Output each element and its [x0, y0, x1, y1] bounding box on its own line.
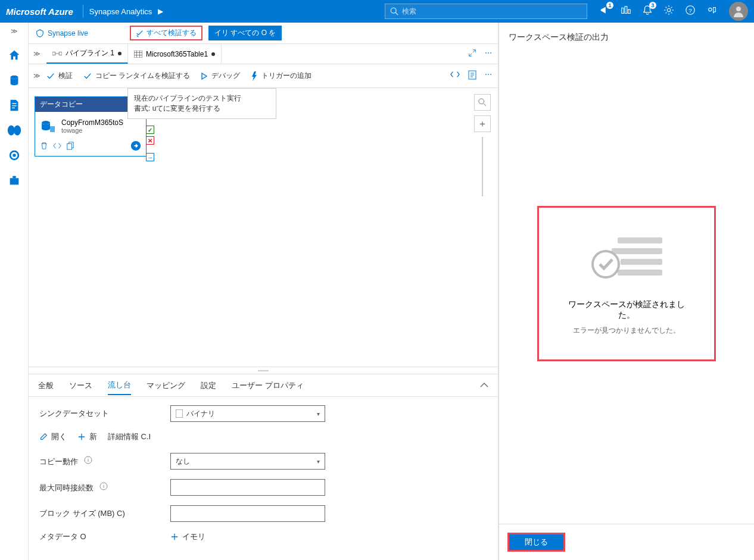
failure-port[interactable]: ✕ — [146, 136, 154, 145]
validation-success-icon — [588, 231, 665, 285]
new-dataset-link[interactable]: 新 — [77, 431, 97, 442]
svg-point-47 — [593, 251, 619, 277]
expand-editor-icon[interactable] — [468, 49, 476, 59]
tab-settings[interactable]: 設定 — [201, 377, 216, 395]
panel-divider[interactable] — [29, 367, 498, 374]
nav-data[interactable] — [6, 72, 23, 89]
svg-text:?: ? — [688, 7, 692, 14]
tab-table1[interactable]: Microsoft365Table1 — [128, 44, 222, 64]
debug-label: デバッグ — [211, 71, 240, 81]
svg-point-9 — [736, 7, 741, 11]
block-size-label: ブロック サイズ (MB) C) — [39, 508, 170, 519]
svg-rect-44 — [612, 248, 662, 254]
chevron-down-icon: ▾ — [317, 411, 320, 417]
activity-icon[interactable] — [621, 5, 631, 18]
debug-tooltip: 現在のパイプラインのテスト実行 書式: uてに変更を発行する — [127, 88, 276, 119]
svg-rect-45 — [621, 259, 662, 265]
tab-table1-label: Microsoft365Table1 — [146, 50, 208, 58]
debug-button[interactable]: デバッグ — [201, 71, 240, 81]
top-bar: Microsoft Azure Synapse Analytics ▶ 検索 1… — [0, 0, 754, 23]
validate-all-button[interactable]: すべて検証する — [130, 26, 202, 40]
svg-rect-19 — [10, 178, 18, 184]
nav-develop[interactable] — [6, 97, 23, 114]
zoom-in-button[interactable]: ＋ — [474, 115, 491, 132]
svg-rect-13 — [12, 108, 15, 108]
feedback-icon[interactable] — [706, 5, 717, 18]
tab-pipeline1[interactable]: パイプライン 1 — [46, 44, 128, 64]
tab-sink[interactable]: 流し台 — [108, 376, 131, 395]
pipeline-canvas[interactable]: ＋ データコピー CopyFromM365toS towage ✓ ✕ → — [29, 88, 498, 367]
add-metadata-link[interactable]: イモリ — [170, 531, 205, 542]
chevron-down-icon: ▾ — [317, 458, 320, 465]
delete-icon[interactable] — [40, 142, 48, 150]
notifications-icon[interactable]: 3 — [642, 5, 653, 18]
brand-label: Microsoft Azure — [6, 7, 73, 17]
editor-more-icon[interactable]: ⋯ — [485, 49, 492, 59]
validate-runtime-button[interactable]: コピー ランタイムを検証する — [83, 71, 190, 81]
tooltip-line2: 書式: uてに変更を発行する — [134, 104, 270, 114]
copy-database-icon — [40, 118, 57, 134]
copy-behavior-select[interactable]: なし ▾ — [170, 453, 325, 470]
code-view-icon[interactable] — [450, 70, 460, 82]
editor-tabs: ≫ パイプライン 1 Microsoft365Table1 ⋯ — [29, 44, 498, 64]
svg-point-35 — [42, 121, 50, 124]
user-avatar[interactable] — [729, 2, 748, 21]
svg-point-18 — [13, 154, 16, 157]
tab-general[interactable]: 全般 — [38, 377, 54, 395]
service-label[interactable]: Synapse Analytics — [89, 7, 152, 16]
service-caret-icon[interactable]: ▶ — [158, 7, 163, 15]
max-conn-input[interactable] — [170, 479, 325, 496]
nav-home[interactable] — [6, 47, 23, 64]
settings-icon[interactable] — [663, 5, 674, 18]
svg-point-33 — [479, 99, 484, 104]
code-icon[interactable] — [53, 142, 61, 150]
validation-submessage: エラーが見つかりませんでした。 — [560, 326, 693, 336]
svg-rect-46 — [618, 270, 662, 276]
open-dataset-link[interactable]: 開く — [39, 431, 67, 442]
completion-port[interactable]: → — [146, 153, 154, 161]
block-size-input[interactable] — [170, 505, 325, 522]
tabs-collapse-icon[interactable]: ≫ — [33, 50, 40, 58]
search-placeholder: 検索 — [402, 7, 416, 17]
announce-icon[interactable]: 1 — [599, 5, 610, 18]
publish-all-button[interactable]: イリ すべての O を — [208, 26, 282, 40]
tab-mapping[interactable]: マッピング — [147, 377, 185, 395]
properties-icon[interactable] — [468, 70, 476, 82]
copy-node-subtitle: towage — [61, 127, 123, 134]
sink-dataset-select[interactable]: バイナリ ▾ — [170, 405, 325, 422]
expand-rail-icon[interactable]: ≫ — [11, 27, 18, 35]
close-button[interactable]: 閉じる — [507, 533, 565, 552]
svg-text:i: i — [88, 457, 89, 463]
success-port[interactable]: ✓ — [146, 126, 154, 134]
add-trigger-label: トリガーの追加 — [261, 71, 311, 81]
help-icon[interactable]: ? — [685, 5, 696, 18]
tab-source[interactable]: ソース — [69, 377, 92, 395]
add-trigger-button[interactable]: トリガーの追加 — [251, 71, 311, 81]
svg-rect-38 — [176, 409, 183, 418]
collapse-panel-icon[interactable] — [480, 381, 488, 390]
main-content: ≫ パイプライン 1 Microsoft365Table1 ⋯ ≫ 検証 コピー… — [29, 44, 498, 560]
info-icon[interactable]: i — [99, 482, 108, 490]
nav-manage[interactable] — [6, 172, 23, 189]
global-search[interactable]: 検索 — [385, 4, 587, 19]
validation-output-panel: ワークスペース検証の出力 ワークスペースが検証されました。 エラーが見つかりませ… — [498, 23, 754, 560]
svg-rect-22 — [59, 52, 62, 55]
validation-message: ワークスペースが検証されました。 — [560, 299, 693, 321]
arrow-right-icon[interactable] — [130, 140, 141, 151]
synapse-live-indicator[interactable]: Synapse live — [36, 29, 88, 37]
info-icon[interactable]: i — [84, 456, 92, 464]
tab-user-properties[interactable]: ユーザー プロパティ — [232, 377, 304, 395]
synapse-live-label: Synapse live — [48, 29, 88, 37]
validate-button[interactable]: 検証 — [46, 71, 73, 81]
nav-monitor[interactable] — [6, 147, 23, 164]
clone-icon[interactable] — [66, 142, 74, 150]
nav-integrate[interactable] — [6, 122, 23, 139]
validate-label: 検証 — [58, 71, 73, 81]
zoom-slider[interactable] — [482, 137, 483, 196]
details-link[interactable]: 詳細情報 C.I — [108, 431, 151, 442]
zoom-fit-button[interactable] — [474, 94, 491, 111]
cmd-collapse-icon[interactable]: ≫ — [33, 72, 40, 80]
svg-point-10 — [10, 76, 18, 79]
cmd-more-icon[interactable]: ⋯ — [485, 70, 492, 82]
svg-line-34 — [484, 104, 486, 106]
